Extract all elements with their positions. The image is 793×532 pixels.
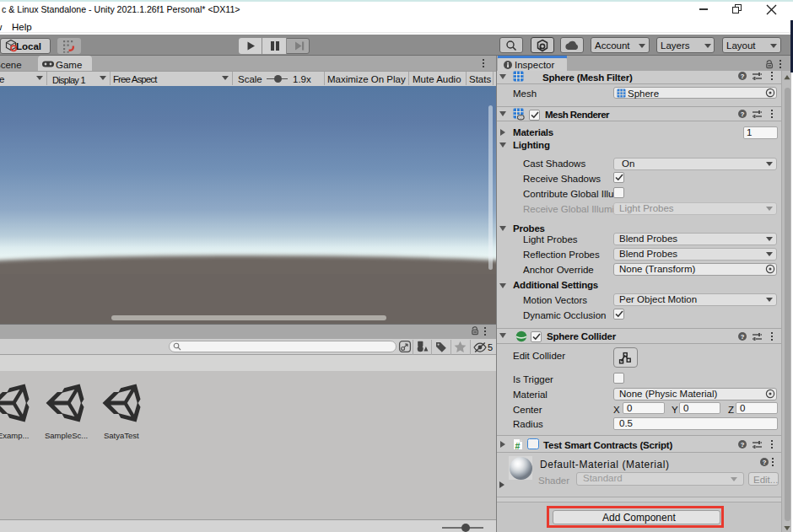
svg-text:?: ? (741, 441, 745, 449)
svg-text:?: ? (741, 73, 745, 80)
svg-text:?: ? (741, 333, 745, 341)
svg-text:?: ? (763, 459, 767, 466)
svg-text:?: ? (741, 110, 745, 118)
